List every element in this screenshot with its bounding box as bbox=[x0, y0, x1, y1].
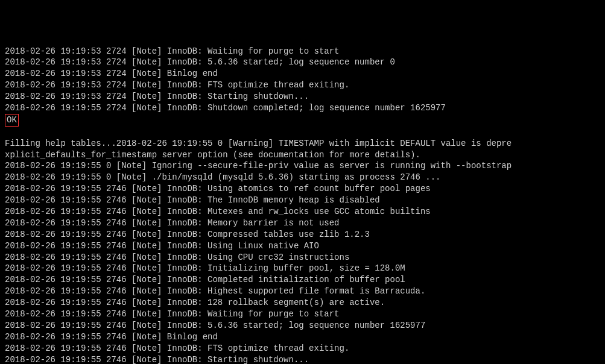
log-line: 2018-02-26 19:19:55 2746 [Note] InnoDB: … bbox=[5, 286, 600, 297]
log-line: 2018-02-26 19:19:55 2746 [Note] InnoDB: … bbox=[5, 240, 600, 252]
log-line: 2018-02-26 19:19:55 2746 [Note] InnoDB: … bbox=[5, 206, 600, 218]
log-line: 2018-02-26 19:19:55 2746 [Note] InnoDB: … bbox=[5, 229, 600, 240]
log-line: 2018-02-26 19:19:55 2724 [Note] InnoDB: … bbox=[5, 102, 600, 114]
log-line: Filling help tables...2018-02-26 19:19:5… bbox=[5, 138, 600, 149]
log-line: 2018-02-26 19:19:55 2746 [Note] InnoDB: … bbox=[5, 252, 600, 263]
log-line: 2018-02-26 19:19:55 2746 [Note] InnoDB: … bbox=[5, 354, 600, 364]
log-line: 2018-02-26 19:19:55 2746 [Note] InnoDB: … bbox=[5, 343, 600, 354]
log-line: 2018-02-26 19:19:55 0 [Note] ./bin/mysql… bbox=[5, 172, 600, 183]
log-line: 2018-02-26 19:19:53 2724 [Note] InnoDB: … bbox=[5, 80, 600, 91]
log-line: 2018-02-26 19:19:55 2746 [Note] InnoDB: … bbox=[5, 297, 600, 309]
log-line: 2018-02-26 19:19:53 2724 [Note] InnoDB: … bbox=[5, 46, 600, 57]
log-line: xplicit_defaults_for_timestamp server op… bbox=[5, 149, 600, 161]
log-line: 2018-02-26 19:19:53 2724 [Note] InnoDB: … bbox=[5, 57, 600, 68]
log-line: 2018-02-26 19:19:55 2746 [Note] InnoDB: … bbox=[5, 309, 600, 320]
log-line: 2018-02-26 19:19:55 2746 [Note] InnoDB: … bbox=[5, 218, 600, 229]
ok-line: OK bbox=[5, 114, 600, 127]
log-line: 2018-02-26 19:19:55 2746 [Note] InnoDB: … bbox=[5, 274, 600, 286]
log-line: 2018-02-26 19:19:55 2746 [Note] InnoDB: … bbox=[5, 195, 600, 206]
blank-line bbox=[5, 127, 600, 138]
log-line: 2018-02-26 19:19:55 2746 [Note] Binlog e… bbox=[5, 331, 600, 343]
log-line: 2018-02-26 19:19:53 2724 [Note] InnoDB: … bbox=[5, 91, 600, 102]
log-line: 2018-02-26 19:19:55 2746 [Note] InnoDB: … bbox=[5, 263, 600, 274]
terminal-output: 2018-02-26 19:19:53 2724 [Note] InnoDB: … bbox=[5, 46, 600, 364]
log-line: 2018-02-26 19:19:55 2746 [Note] InnoDB: … bbox=[5, 320, 600, 331]
log-line: 2018-02-26 19:19:55 2746 [Note] InnoDB: … bbox=[5, 183, 600, 195]
log-line: 2018-02-26 19:19:53 2724 [Note] Binlog e… bbox=[5, 68, 600, 80]
log-line: 2018-02-26 19:19:55 0 [Note] Ignoring --… bbox=[5, 160, 600, 172]
ok-status: OK bbox=[5, 114, 19, 127]
